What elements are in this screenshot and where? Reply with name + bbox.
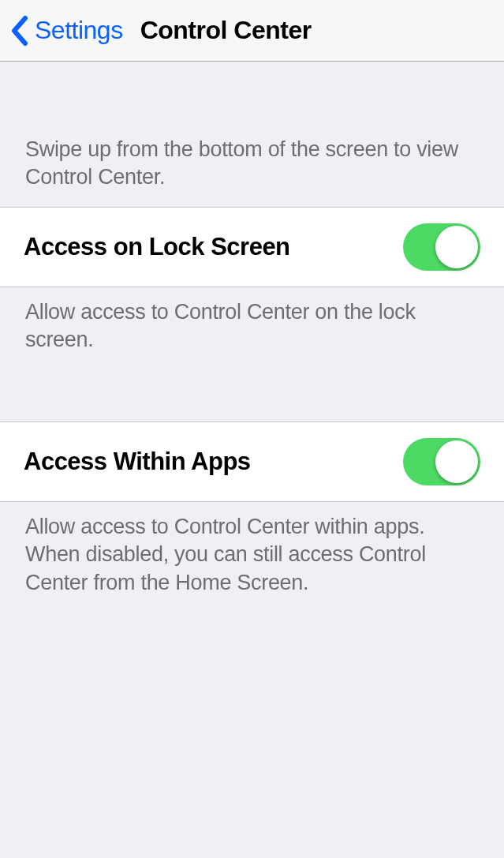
toggle-knob	[435, 440, 478, 483]
page-title: Control Center	[140, 16, 312, 45]
chevron-left-icon	[9, 15, 28, 47]
within-apps-toggle[interactable]	[403, 438, 480, 485]
lock-screen-label: Access on Lock Screen	[24, 233, 290, 261]
back-label: Settings	[35, 16, 123, 45]
within-apps-row: Access Within Apps	[0, 422, 504, 502]
lock-screen-toggle[interactable]	[403, 223, 480, 271]
lock-screen-row: Access on Lock Screen	[0, 207, 504, 287]
intro-text: Swipe up from the bottom of the screen t…	[0, 62, 504, 207]
toggle-knob	[435, 226, 478, 268]
navigation-bar: Settings Control Center	[0, 0, 504, 62]
within-apps-footer: Allow access to Control Center within ap…	[0, 502, 504, 612]
within-apps-label: Access Within Apps	[24, 448, 251, 476]
back-button[interactable]: Settings	[9, 15, 123, 47]
lock-screen-footer: Allow access to Control Center on the lo…	[0, 287, 504, 369]
